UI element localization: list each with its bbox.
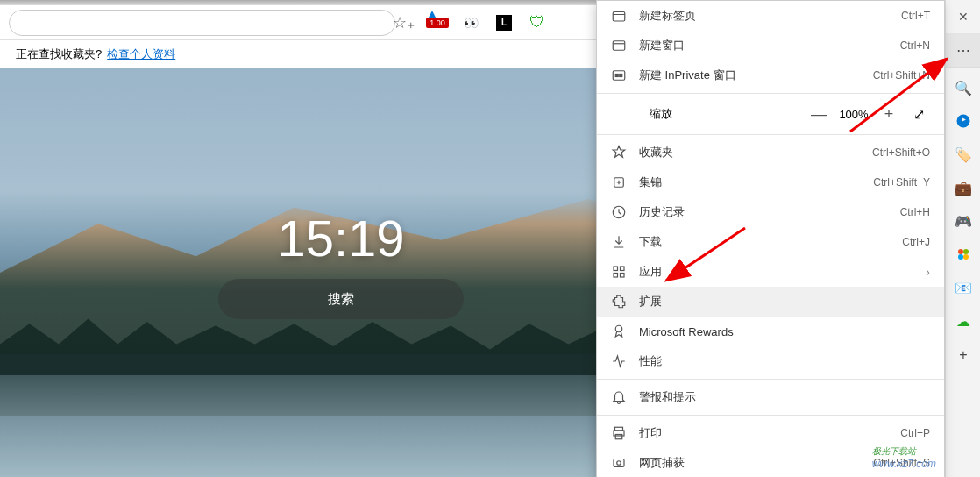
bing-sidebar-icon[interactable] xyxy=(946,104,980,138)
add-favorite-icon[interactable]: ☆₊ xyxy=(395,14,413,32)
menu-label: 警报和提示 xyxy=(639,389,930,405)
svg-rect-7 xyxy=(614,267,618,271)
extensions-icon xyxy=(609,292,628,311)
menu-new-window[interactable]: 新建窗口 Ctrl+N xyxy=(597,31,944,61)
menu-label: 扩展 xyxy=(639,294,930,310)
menu-performance[interactable]: 性能 xyxy=(597,346,944,376)
menu-label: 新建 InPrivate 窗口 xyxy=(639,68,873,83)
menu-shortcut: Ctrl+J xyxy=(902,236,930,248)
menu-label: Microsoft Rewards xyxy=(639,325,930,338)
search-sidebar-icon[interactable]: 🔍 xyxy=(946,71,980,104)
watermark-en: www.xz7.com xyxy=(872,458,936,470)
menu-shortcut: Ctrl+Shift+N xyxy=(873,69,930,82)
zoom-out-button[interactable]: — xyxy=(804,105,834,124)
menu-label: 应用 xyxy=(639,264,926,280)
extension-badge-icon[interactable]: 1.00 xyxy=(429,14,446,32)
favorites-tip-link[interactable]: 检查个人资料 xyxy=(107,46,175,62)
games-sidebar-icon[interactable]: 🎮 xyxy=(946,204,980,238)
menu-label: 打印 xyxy=(639,425,900,441)
rewards-icon xyxy=(609,322,628,341)
office-sidebar-icon[interactable] xyxy=(946,238,980,271)
svg-point-19 xyxy=(963,249,969,254)
fullscreen-button[interactable]: ⤢ xyxy=(904,106,934,123)
bell-icon xyxy=(609,388,628,407)
performance-icon xyxy=(609,352,628,371)
menu-label: 下载 xyxy=(639,234,902,250)
download-icon xyxy=(609,232,628,252)
svg-rect-9 xyxy=(614,274,618,278)
svg-rect-0 xyxy=(613,12,625,22)
drive-sidebar-icon[interactable]: ☁ xyxy=(946,304,980,338)
menu-label: 收藏夹 xyxy=(639,145,872,160)
menu-zoom-row: 缩放 — 100% + ⤢ xyxy=(597,96,944,132)
outlook-sidebar-icon[interactable]: 📧 xyxy=(946,271,980,304)
menu-rewards[interactable]: Microsoft Rewards xyxy=(597,317,944,346)
menu-label: 集锦 xyxy=(639,174,873,190)
watermark-cn: 极光下载站 xyxy=(872,445,936,458)
extension-l-icon[interactable]: L xyxy=(495,14,513,32)
menu-print[interactable]: 打印 Ctrl+P xyxy=(597,418,944,448)
menu-label: 历史记录 xyxy=(639,204,900,220)
tools-sidebar-icon[interactable]: 💼 xyxy=(946,171,980,204)
svg-point-20 xyxy=(958,254,963,260)
close-button[interactable]: ✕ xyxy=(946,0,980,33)
svg-rect-1 xyxy=(613,41,625,51)
menu-shortcut: Ctrl+Shift+O xyxy=(872,146,930,159)
menu-collections[interactable]: 集锦 Ctrl+Shift+Y xyxy=(597,167,944,197)
shopping-sidebar-icon[interactable]: 🏷️ xyxy=(946,138,980,171)
new-tab-icon xyxy=(609,6,628,25)
svg-rect-10 xyxy=(621,274,625,278)
menu-shortcut: Ctrl+N xyxy=(900,39,930,52)
extension-mask-icon[interactable]: 👀 xyxy=(462,14,479,32)
new-window-icon xyxy=(609,36,628,55)
zoom-value: 100% xyxy=(834,108,874,121)
menu-extensions[interactable]: 扩展 xyxy=(597,287,944,317)
svg-rect-15 xyxy=(614,459,624,467)
svg-rect-14 xyxy=(615,435,622,439)
menu-label: 网页捕获 xyxy=(639,455,873,471)
menu-shortcut: Ctrl+P xyxy=(900,427,930,439)
menu-label: 新建标签页 xyxy=(639,8,901,24)
security-shield-icon[interactable]: 🛡 xyxy=(529,14,546,32)
svg-rect-2 xyxy=(613,71,625,81)
apps-icon xyxy=(609,262,628,281)
menu-favorites[interactable]: 收藏夹 Ctrl+Shift+O xyxy=(597,138,944,167)
print-icon xyxy=(609,424,628,443)
menu-shortcut: Ctrl+H xyxy=(900,206,930,218)
add-sidebar-button[interactable]: + xyxy=(946,338,980,372)
more-menu-button[interactable]: ⋯ xyxy=(946,33,980,67)
menu-history[interactable]: 历史记录 Ctrl+H xyxy=(597,197,944,227)
svg-point-21 xyxy=(963,254,969,260)
svg-point-18 xyxy=(958,249,963,254)
favorites-tip-text: 正在查找收藏夹? xyxy=(16,46,102,62)
chevron-right-icon: › xyxy=(926,265,930,279)
svg-point-11 xyxy=(615,325,622,332)
search-box[interactable]: 搜索 xyxy=(218,279,464,319)
capture-icon xyxy=(609,453,628,473)
menu-apps[interactable]: 应用 › xyxy=(597,257,944,287)
svg-rect-3 xyxy=(615,75,618,77)
svg-rect-4 xyxy=(620,75,622,77)
zoom-label: 缩放 xyxy=(650,106,804,122)
search-placeholder: 搜索 xyxy=(328,291,354,308)
menu-label: 性能 xyxy=(639,353,930,369)
watermark: 极光下载站 www.xz7.com xyxy=(872,445,936,470)
menu-shortcut: Ctrl+Shift+Y xyxy=(873,176,930,189)
menu-alerts[interactable]: 警报和提示 xyxy=(597,382,944,412)
inprivate-icon xyxy=(609,66,628,85)
collections-icon xyxy=(609,173,628,192)
svg-point-16 xyxy=(617,461,621,466)
menu-new-inprivate[interactable]: 新建 InPrivate 窗口 Ctrl+Shift+N xyxy=(597,61,944,90)
star-icon xyxy=(609,143,628,162)
right-sidebar: ✕ ⋯ 🔍 🏷️ 💼 🎮 📧 ☁ + xyxy=(945,0,980,477)
menu-new-tab[interactable]: 新建标签页 Ctrl+T xyxy=(597,1,944,31)
zoom-in-button[interactable]: + xyxy=(874,105,904,124)
main-menu: 新建标签页 Ctrl+T 新建窗口 Ctrl+N 新建 InPrivate 窗口… xyxy=(596,0,945,477)
menu-label: 新建窗口 xyxy=(639,38,900,53)
svg-rect-8 xyxy=(621,267,625,271)
clock-time: 15:19 xyxy=(277,209,404,267)
history-icon xyxy=(609,203,628,222)
url-input[interactable] xyxy=(9,10,395,36)
menu-downloads[interactable]: 下载 Ctrl+J xyxy=(597,227,944,257)
menu-shortcut: Ctrl+T xyxy=(901,10,930,22)
